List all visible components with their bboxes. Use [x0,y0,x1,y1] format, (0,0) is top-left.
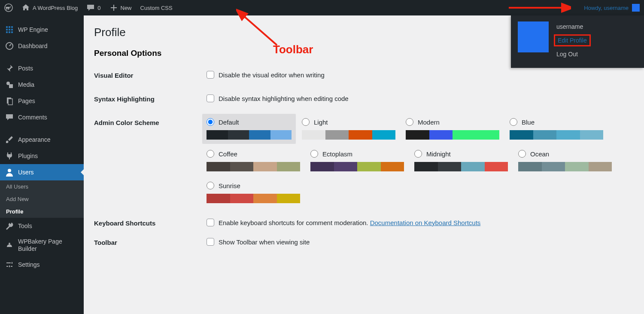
swatch-row [414,162,508,171]
checkbox-syntax[interactable] [207,95,214,102]
sidebar-item-posts[interactable]: Posts [0,60,84,76]
custom-css-link[interactable]: Custom CSS [136,0,177,15]
sidebar-item-comments[interactable]: Comments [0,109,84,125]
label-color-scheme: Admin Color Scheme [94,118,207,126]
row-keyboard: Keyboard Shortcuts Enable keyboard short… [94,219,634,227]
sidebar-sub-all-users[interactable]: All Users [0,180,84,193]
brush-icon [5,135,14,144]
color-scheme-grid: DefaultLightModernBlueCoffeeEctoplasmMid… [207,118,634,203]
color-scheme-label: Default [219,119,239,126]
media-icon [5,80,14,89]
color-scheme-coffee[interactable]: Coffee [207,150,300,171]
svg-rect-7 [6,31,8,33]
color-scheme-radio[interactable] [510,118,517,126]
logout-link[interactable]: Log Out [556,51,591,58]
sidebar-item-wpbakery[interactable]: WPBakery Page Builder [0,234,84,256]
color-scheme-midnight[interactable]: Midnight [414,150,508,171]
swatch [518,162,542,171]
swatch-row [302,130,395,140]
sidebar-item-media[interactable]: Media [0,76,84,93]
swatch [302,130,325,140]
checkbox-visual-editor[interactable] [207,71,214,79]
svg-rect-9 [11,31,13,33]
swatch [453,130,476,140]
swatch [207,130,228,140]
swatch [230,194,254,203]
color-scheme-label: Modern [418,119,440,126]
sidebar-item-appearance[interactable]: Appearance [0,131,84,148]
color-scheme-light[interactable]: Light [302,118,395,140]
color-scheme-default[interactable]: Default [202,114,296,144]
swatch-row [510,130,603,140]
wrench-icon [5,222,14,230]
svg-rect-3 [11,26,13,28]
color-scheme-label: Light [314,119,328,126]
color-scheme-radio[interactable] [518,150,526,158]
sidebar-item-tools[interactable]: Tools [0,218,84,234]
color-scheme-radio[interactable] [207,182,214,189]
checkbox-toolbar[interactable] [207,238,214,246]
color-scheme-radio[interactable] [207,118,214,126]
gauge-icon [5,42,14,50]
swatch-row [310,162,404,171]
color-scheme-radio[interactable] [302,118,310,126]
swatch [414,162,438,171]
color-scheme-label: Midnight [426,150,451,158]
swatch [253,162,277,171]
swatch [556,130,580,140]
sidebar-sub-add-new[interactable]: Add New [0,193,84,205]
row-toolbar: Toolbar Show Toolbar when viewing site [94,238,634,246]
adminbar-right: Howdy, username [580,0,644,15]
svg-point-15 [8,169,11,172]
color-scheme-modern[interactable]: Modern [406,118,499,140]
swatch [381,162,404,171]
color-scheme-ocean[interactable]: Ocean [518,150,612,171]
checkbox-keyboard[interactable] [207,219,214,226]
swatch [207,162,230,171]
swatch [277,162,301,171]
swatch [207,194,230,203]
home-icon [21,3,30,12]
swatch [565,162,589,171]
swatch [533,130,557,140]
sidebar-item-dashboard[interactable]: Dashboard [0,38,84,54]
svg-rect-2 [9,26,10,28]
color-scheme-label: Blue [522,119,535,126]
svg-rect-4 [6,29,8,30]
sidebar-item-plugins[interactable]: Plugins [0,148,84,164]
site-link[interactable]: A WordPress Blog [17,0,82,15]
comments-link[interactable]: 0 [82,0,105,15]
comments-count: 0 [97,5,100,11]
sidebar-item-settings[interactable]: Settings [0,256,84,273]
howdy-account[interactable]: Howdy, username [580,4,644,12]
color-scheme-ectoplasm[interactable]: Ectoplasm [310,150,404,171]
label-keyboard: Keyboard Shortcuts [94,219,207,227]
sidebar-item-pages[interactable]: Pages [0,93,84,109]
new-content[interactable]: New [105,0,136,15]
svg-rect-8 [9,31,10,33]
color-scheme-radio[interactable] [406,118,413,126]
swatch [325,130,349,140]
color-scheme-radio[interactable] [310,150,318,158]
sidebar-sub-profile[interactable]: Profile [0,205,84,218]
edit-profile-link[interactable]: Edit Profile [558,37,587,44]
color-scheme-blue[interactable]: Blue [510,118,603,140]
chk-text: Disable syntax highlighting when editing… [219,95,349,102]
admin-sidebar: WP Engine Dashboard Posts Media Pages Co… [0,15,84,314]
color-scheme-radio[interactable] [414,150,422,158]
wp-logo[interactable] [0,0,17,15]
user-info: username Edit Profile Log Out [556,21,591,58]
color-scheme-radio[interactable] [207,150,214,158]
svg-rect-5 [9,29,10,30]
color-scheme-label: Sunrise [219,182,240,189]
color-scheme-sunrise[interactable]: Sunrise [207,182,300,203]
plus-icon [109,3,118,12]
keyboard-doc-link[interactable]: Documentation on Keyboard Shortcuts [370,219,481,226]
swatch [589,162,612,171]
swatch [249,130,270,140]
sidebar-item-users[interactable]: Users [0,164,84,180]
swatch [310,162,334,171]
svg-rect-14 [8,99,12,105]
sidebar-item-wpengine[interactable]: WP Engine [0,21,84,38]
plug-icon [5,152,14,160]
